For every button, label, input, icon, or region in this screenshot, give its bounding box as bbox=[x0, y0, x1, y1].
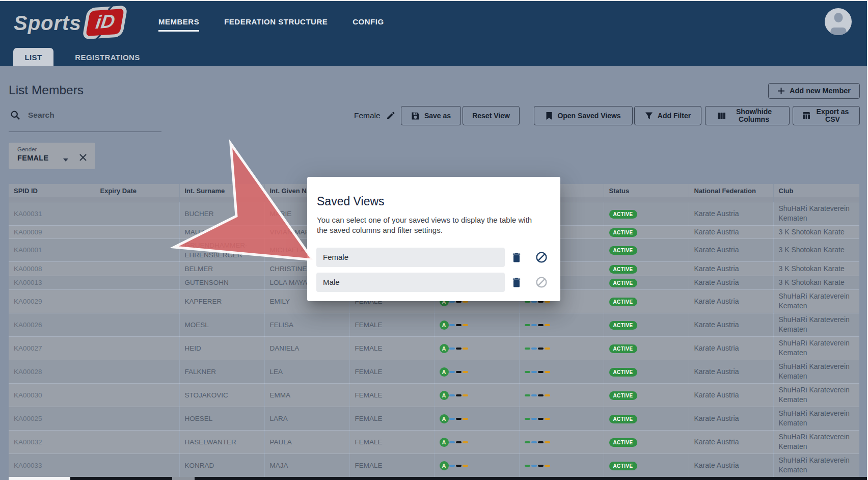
table-row[interactable]: KA00032HASELWANTERPAULAFEMALEAACTIVEKara… bbox=[9, 430, 859, 454]
current-view-name: Female bbox=[354, 111, 381, 120]
cell-club: ShuHaRi Karateverein Kematen bbox=[773, 202, 859, 225]
cell-int-given-name: PAULA bbox=[264, 430, 349, 454]
cell-national-federation: Karate Austria bbox=[689, 360, 773, 383]
saved-view-female[interactable]: Female bbox=[316, 248, 505, 267]
table-row[interactable]: KA00026MOESLFELISAFEMALEAACTIVEKarate Au… bbox=[9, 313, 859, 336]
app-logo[interactable]: Sports iD bbox=[14, 5, 125, 41]
export-csv-button[interactable]: Export as CSV bbox=[793, 106, 860, 125]
cell-int-surname: BELMER bbox=[179, 261, 264, 276]
col-header-status[interactable]: Status bbox=[604, 184, 689, 202]
cell-spid-id: KA00027 bbox=[9, 336, 95, 360]
search-input[interactable]: Search bbox=[9, 109, 161, 132]
cell-expiry-date bbox=[95, 336, 179, 360]
saved-view-row: Female bbox=[307, 248, 560, 267]
block-view-icon[interactable] bbox=[536, 252, 547, 263]
cell-gender: FEMALE bbox=[349, 313, 434, 336]
cell-int-surname: HASELWANTER bbox=[179, 430, 264, 454]
indicator-pill-blue bbox=[449, 371, 455, 373]
user-avatar[interactable] bbox=[825, 8, 852, 35]
cell-spid-id: KA00026 bbox=[9, 313, 95, 336]
logo-notch bbox=[94, 35, 101, 42]
cell-club: ShuHaRi Karateverein Kematen bbox=[773, 430, 859, 454]
chevron-down-icon[interactable] bbox=[63, 158, 68, 162]
cell-license-indicators bbox=[519, 430, 604, 454]
cell-expiry-date bbox=[95, 430, 179, 454]
gender-filter-chip[interactable]: Gender FEMALE bbox=[9, 143, 95, 169]
open-saved-views-label: Open Saved Views bbox=[557, 112, 620, 120]
cell-int-surname: HOESEL bbox=[179, 407, 264, 430]
indicator-pill-blue bbox=[449, 348, 455, 350]
plus-icon bbox=[777, 87, 785, 95]
saved-view-male[interactable]: Male bbox=[316, 273, 505, 292]
indicator-pill-blue bbox=[449, 418, 455, 420]
add-new-member-button[interactable]: Add new Member bbox=[768, 83, 860, 99]
cell-club: 3 K Shotokan Karate bbox=[773, 225, 859, 238]
delete-view-icon[interactable] bbox=[511, 277, 522, 287]
bookmark-icon bbox=[546, 112, 553, 120]
indicator-pill-blue bbox=[531, 324, 537, 326]
nav-federation-structure[interactable]: FEDERATION STRUCTURE bbox=[224, 13, 328, 30]
col-header-expiry-date[interactable]: Expiry Date bbox=[95, 184, 179, 202]
status-badge: ACTIVE bbox=[609, 321, 637, 330]
nav-config[interactable]: CONFIG bbox=[352, 13, 384, 30]
tab-registrations[interactable]: REGISTRATIONS bbox=[65, 48, 150, 66]
show-hide-columns-button[interactable]: Show/hide Columns bbox=[705, 106, 790, 125]
cell-national-federation: Karate Austria bbox=[689, 202, 773, 225]
status-badge: ACTIVE bbox=[609, 368, 637, 377]
save-icon bbox=[411, 112, 420, 120]
table-row[interactable]: KA00030STOJAKOVICEMMAFEMALEAACTIVEKarate… bbox=[9, 383, 859, 407]
status-badge: ACTIVE bbox=[609, 438, 637, 447]
add-filter-button[interactable]: Add Filter bbox=[634, 106, 701, 125]
cell-status: ACTIVE bbox=[604, 454, 689, 477]
nav-members[interactable]: MEMBERS bbox=[158, 13, 199, 30]
status-badge: ACTIVE bbox=[609, 210, 637, 219]
delete-view-icon[interactable] bbox=[511, 252, 522, 262]
reset-view-label: Reset View bbox=[472, 112, 510, 120]
indicator-pill-orange bbox=[463, 465, 468, 467]
cell-member-indicators: A bbox=[434, 313, 519, 336]
edit-pencil-icon[interactable] bbox=[386, 111, 395, 120]
indicator-pill-green bbox=[525, 371, 530, 373]
open-saved-views-button[interactable]: Open Saved Views bbox=[534, 106, 633, 125]
table-row[interactable]: KA00027HEIDDANIELAFEMALEAACTIVEKarate Au… bbox=[9, 336, 859, 360]
cell-national-federation: Karate Austria bbox=[689, 225, 773, 238]
cell-int-surname: HEID bbox=[179, 336, 264, 360]
search-icon bbox=[10, 110, 20, 120]
dialog-description: You can select one of your saved views t… bbox=[317, 215, 544, 235]
tab-list[interactable]: LIST bbox=[13, 48, 53, 66]
indicator-pill-green bbox=[525, 418, 530, 420]
save-as-button[interactable]: Save as bbox=[401, 106, 461, 125]
status-badge: ACTIVE bbox=[609, 415, 637, 423]
cell-int-surname: BUCHER bbox=[179, 202, 264, 225]
col-header-national-federation[interactable]: National Federation bbox=[689, 184, 773, 202]
indicator-pill-orange bbox=[463, 418, 468, 420]
cell-member-indicators: A bbox=[434, 383, 519, 407]
cell-club: ShuHaRi Karateverein Kematen bbox=[773, 360, 859, 383]
cell-national-federation: Karate Austria bbox=[689, 276, 773, 289]
col-header-club[interactable]: Club bbox=[773, 184, 859, 202]
export-table-icon bbox=[802, 112, 810, 120]
export-csv-label: Export as CSV bbox=[815, 108, 851, 123]
reset-view-button[interactable]: Reset View bbox=[463, 106, 520, 125]
indicator-pill-orange bbox=[545, 394, 550, 396]
cell-spid-id: KA00029 bbox=[9, 289, 95, 313]
remove-filter-icon[interactable] bbox=[78, 153, 88, 162]
table-row[interactable]: KA00028FALKNERLEAFEMALEAACTIVEKarate Aus… bbox=[9, 360, 859, 383]
cell-expiry-date bbox=[95, 313, 179, 336]
member-avatar-badge: A bbox=[440, 391, 449, 400]
cell-status: ACTIVE bbox=[604, 276, 689, 289]
table-row[interactable]: KA00033KONRADMAJAFEMALEAACTIVEKarate Aus… bbox=[9, 454, 859, 477]
cell-status: ACTIVE bbox=[604, 289, 689, 313]
cell-status: ACTIVE bbox=[604, 225, 689, 238]
add-new-member-label: Add new Member bbox=[790, 87, 851, 95]
save-as-label: Save as bbox=[424, 112, 451, 120]
scrollbar-thumb[interactable] bbox=[172, 477, 195, 480]
indicator-pill-blue bbox=[531, 348, 537, 350]
cell-spid-id: KA00025 bbox=[9, 407, 95, 430]
cell-status: ACTIVE bbox=[604, 336, 689, 360]
col-header-spid-id[interactable]: SPID ID bbox=[9, 184, 95, 202]
cell-gender: FEMALE bbox=[349, 454, 434, 477]
col-header-int-surname[interactable]: Int. Surname bbox=[179, 184, 264, 202]
cell-license-indicators bbox=[519, 383, 604, 407]
table-row[interactable]: KA00025HOESELLARAFEMALEAACTIVEKarate Aus… bbox=[9, 407, 859, 430]
